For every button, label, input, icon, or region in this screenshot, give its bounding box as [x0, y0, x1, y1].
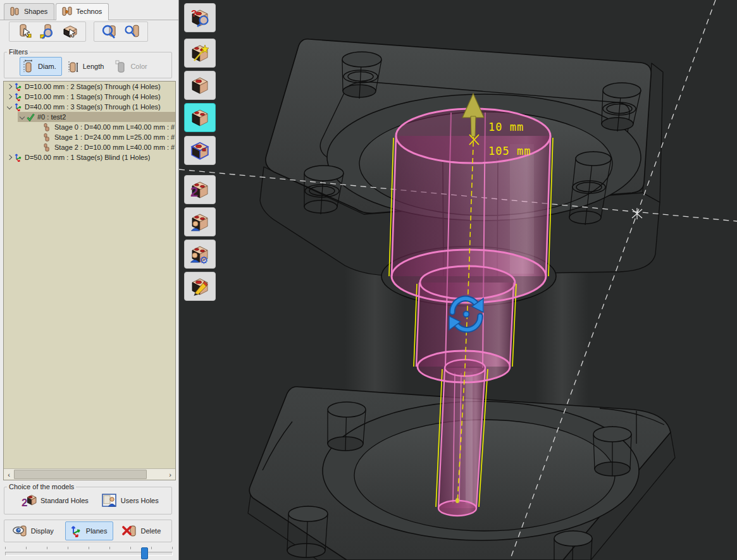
tree-row[interactable]: D=10.00 mm : 1 Stage(s) Through (4 Holes…: [4, 92, 175, 102]
models-label: Choice of the models: [7, 483, 76, 490]
tree-row-label: D=40.00 mm : 3 Stage(s) Through (1 Holes…: [25, 103, 161, 111]
display-label: Display: [31, 527, 54, 535]
scrollbar-thumb[interactable]: [14, 470, 147, 479]
users-holes-icon: [101, 493, 118, 508]
hole-group-icon: [14, 102, 22, 111]
box-wireframe-button[interactable]: [184, 136, 216, 165]
tree-row-label: D=50.00 mm : 1 Stage(s) Blind (1 Holes): [25, 154, 150, 161]
box-wizard-icon: [189, 42, 211, 64]
planes-label: Planes: [86, 527, 108, 535]
filter-label: Color: [130, 63, 147, 70]
filter-length-button[interactable]: Length: [65, 57, 110, 76]
box-multi-hole-button[interactable]: [184, 103, 216, 132]
inspect-hole-icon[interactable]: [37, 23, 58, 40]
hole-group-icon: [14, 92, 22, 101]
selection-tool-group: [9, 21, 86, 42]
box-edit-icon: [189, 276, 211, 297]
box-edit-button[interactable]: [184, 272, 216, 301]
box-user-holes-button[interactable]: [184, 207, 216, 236]
slider-thumb[interactable]: [141, 547, 148, 559]
filter-label: Diam.: [38, 63, 56, 70]
stage-cylinder-icon: [43, 123, 52, 131]
cylinders-pin-icon: [61, 6, 73, 16]
box-single-hole-button[interactable]: [184, 71, 216, 100]
box-inspect-button[interactable]: ?: [184, 3, 216, 32]
diameter-filter-icon: [23, 59, 35, 73]
standard-holes-icon: 2: [21, 493, 37, 508]
tab-shapes[interactable]: Shapes: [4, 3, 54, 20]
filter-label: Length: [83, 63, 104, 70]
length-filter-icon: [68, 59, 80, 73]
scroll-right-icon[interactable]: ›: [165, 471, 175, 478]
select-shape-icon[interactable]: [60, 23, 80, 40]
box-inspect-icon: ?: [189, 7, 211, 28]
tree-horizontal-scrollbar[interactable]: ‹ ›: [4, 468, 175, 480]
tab-label: Shapes: [24, 8, 47, 15]
box-wireframe-icon: [189, 140, 211, 161]
delete-button[interactable]: Delete: [118, 521, 167, 540]
users-holes-label: Users Holes: [121, 497, 159, 504]
tree-row[interactable]: Stage 1 : D=24.00 mm L=25.00 mm : #: [4, 132, 175, 142]
tree-row-label: Stage 1 : D=24.00 mm L=25.00 mm : #: [54, 133, 175, 141]
zoom-slider: [0, 545, 179, 560]
scroll-left-icon[interactable]: ‹: [4, 471, 14, 478]
planes-icon: [69, 524, 83, 538]
technos-panel: Shapes Technos: [0, 0, 179, 560]
cylinders-icon: [9, 6, 21, 16]
tree-row-label: D=10.00 mm : 2 Stage(s) Through (4 Holes…: [25, 83, 161, 90]
validated-check-icon: [27, 113, 35, 121]
expand-chevron[interactable]: [7, 104, 12, 109]
stage-cylinder-icon: [43, 143, 52, 152]
holes-tree[interactable]: D=10.00 mm : 2 Stage(s) Through (4 Holes…: [3, 81, 176, 480]
tree-row[interactable]: D=40.00 mm : 3 Stage(s) Through (1 Holes…: [4, 102, 175, 112]
color-filter-icon: [115, 59, 128, 73]
box-user-holes-icon: [189, 211, 211, 233]
tab-label: Technos: [76, 8, 102, 15]
box-multi-hole-icon: [189, 107, 211, 128]
filters-group: Filters Diam. Length: [4, 48, 172, 78]
tree-row[interactable]: #0 : test2: [4, 112, 175, 122]
hole-group-icon: [14, 82, 22, 91]
box-user-gear-icon: ⚙: [189, 243, 211, 265]
filters-label: Filters: [7, 48, 30, 56]
expand-chevron[interactable]: [20, 114, 25, 119]
box-standard-holes-button[interactable]: 2: [184, 175, 216, 204]
expand-chevron[interactable]: [7, 94, 12, 99]
tree-row-label: Stage 0 : D=40.00 mm L=40.00 mm : #: [54, 123, 175, 131]
planes-button[interactable]: Planes: [65, 521, 114, 540]
tree-row[interactable]: Stage 2 : D=10.00 mm L=40.00 mm : #: [4, 142, 175, 152]
3d-viewport[interactable]: 10 mm 105 mm: [179, 0, 737, 560]
users-holes-button[interactable]: Users Holes: [101, 493, 159, 508]
panel-toolbar: [0, 21, 187, 46]
box-standard-holes-icon: 2: [189, 179, 211, 200]
svg-text:?: ?: [191, 8, 197, 18]
box-user-gear-button[interactable]: ⚙: [184, 240, 216, 269]
hole-group-icon: [14, 153, 22, 162]
display-button[interactable]: Display: [9, 521, 60, 540]
zoom-tool-group: [94, 21, 148, 42]
expand-chevron[interactable]: [7, 155, 12, 160]
standard-holes-label: Standard Holes: [40, 497, 89, 504]
zoom-hole-icon[interactable]: [122, 23, 142, 40]
dimension-label-depth: 105 mm: [488, 145, 531, 157]
display-icon: [13, 524, 28, 538]
zoom-selection-icon[interactable]: [99, 23, 120, 40]
expand-chevron[interactable]: [7, 84, 12, 89]
tree-row[interactable]: D=50.00 mm : 1 Stage(s) Blind (1 Holes): [4, 152, 175, 162]
panel-tab-bar: Shapes Technos: [0, 1, 178, 20]
tab-technos[interactable]: Technos: [56, 3, 109, 20]
filter-color-button[interactable]: Color: [112, 57, 152, 76]
tree-row-label: Stage 2 : D=10.00 mm L=40.00 mm : #: [54, 143, 175, 151]
standard-holes-button[interactable]: 2 Standard Holes: [21, 493, 89, 508]
application-window: Shapes Technos: [0, 0, 737, 560]
box-wizard-button[interactable]: [184, 39, 216, 68]
svg-text:2: 2: [190, 184, 198, 200]
actions-group: Display Planes Delete: [4, 520, 172, 542]
filter-diameter-button[interactable]: Diam.: [20, 57, 62, 76]
select-hole-icon[interactable]: [15, 23, 35, 40]
tree-row[interactable]: Stage 0 : D=40.00 mm L=40.00 mm : #: [4, 122, 175, 132]
tree-row[interactable]: D=10.00 mm : 2 Stage(s) Through (4 Holes…: [4, 82, 175, 92]
dimension-label-offset: 10 mm: [488, 121, 524, 133]
delete-icon: [122, 524, 137, 538]
tree-row-label: D=10.00 mm : 1 Stage(s) Through (4 Holes…: [25, 93, 161, 100]
